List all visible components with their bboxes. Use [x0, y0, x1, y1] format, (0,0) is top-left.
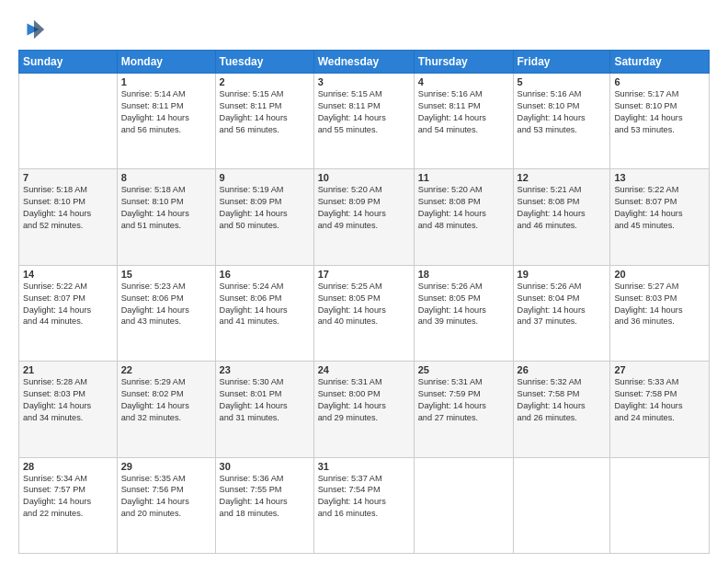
cell-content: Sunrise: 5:28 AMSunset: 8:03 PMDaylight:… [23, 376, 113, 424]
calendar-header-row: SundayMondayTuesdayWednesdayThursdayFrid… [19, 51, 710, 74]
calendar-cell: 6Sunrise: 5:17 AMSunset: 8:10 PMDaylight… [610, 74, 710, 169]
calendar-cell: 2Sunrise: 5:15 AMSunset: 8:11 PMDaylight… [215, 74, 313, 169]
day-header-thursday: Thursday [414, 51, 513, 74]
day-number: 12 [518, 172, 607, 183]
calendar-week-1: 1Sunrise: 5:14 AMSunset: 8:11 PMDaylight… [19, 74, 710, 169]
calendar-table: SundayMondayTuesdayWednesdayThursdayFrid… [18, 50, 710, 554]
day-number: 13 [614, 172, 705, 183]
cell-content: Sunrise: 5:25 AMSunset: 8:05 PMDaylight:… [318, 281, 410, 328]
calendar-cell: 3Sunrise: 5:15 AMSunset: 8:11 PMDaylight… [313, 74, 414, 169]
calendar-cell: 31Sunrise: 5:37 AMSunset: 7:54 PMDayligh… [313, 457, 414, 553]
calendar-cell [513, 457, 610, 553]
day-header-friday: Friday [513, 51, 610, 74]
page: SundayMondayTuesdayWednesdayThursdayFrid… [0, 0, 728, 563]
calendar-cell: 30Sunrise: 5:36 AMSunset: 7:55 PMDayligh… [215, 457, 313, 553]
day-header-tuesday: Tuesday [215, 51, 313, 74]
cell-content: Sunrise: 5:29 AMSunset: 8:02 PMDaylight:… [121, 376, 211, 424]
calendar-cell: 9Sunrise: 5:19 AMSunset: 8:09 PMDaylight… [215, 169, 313, 265]
day-number: 3 [318, 76, 410, 87]
cell-content: Sunrise: 5:32 AMSunset: 7:58 PMDaylight:… [518, 376, 607, 424]
cell-content: Sunrise: 5:16 AMSunset: 8:10 PMDaylight:… [518, 88, 607, 136]
cell-content: Sunrise: 5:15 AMSunset: 8:11 PMDaylight:… [318, 88, 410, 136]
calendar-cell: 27Sunrise: 5:33 AMSunset: 7:58 PMDayligh… [610, 362, 710, 457]
day-number: 9 [220, 172, 310, 183]
day-number: 5 [518, 76, 607, 87]
calendar-week-4: 21Sunrise: 5:28 AMSunset: 8:03 PMDayligh… [19, 362, 710, 457]
cell-content: Sunrise: 5:15 AMSunset: 8:11 PMDaylight:… [220, 88, 310, 136]
calendar-cell: 24Sunrise: 5:31 AMSunset: 8:00 PMDayligh… [313, 362, 414, 457]
day-number: 31 [318, 461, 410, 472]
day-number: 25 [418, 364, 509, 375]
calendar-cell: 23Sunrise: 5:30 AMSunset: 8:01 PMDayligh… [215, 362, 313, 457]
calendar-cell: 28Sunrise: 5:34 AMSunset: 7:57 PMDayligh… [19, 457, 118, 553]
cell-content: Sunrise: 5:30 AMSunset: 8:01 PMDaylight:… [220, 376, 310, 424]
calendar-cell [610, 457, 710, 553]
calendar-cell: 21Sunrise: 5:28 AMSunset: 8:03 PMDayligh… [19, 362, 118, 457]
day-number: 15 [121, 269, 211, 280]
day-number: 18 [418, 269, 509, 280]
calendar-cell [414, 457, 513, 553]
cell-content: Sunrise: 5:16 AMSunset: 8:11 PMDaylight:… [418, 88, 509, 136]
day-header-sunday: Sunday [19, 51, 118, 74]
day-number: 30 [220, 461, 310, 472]
cell-content: Sunrise: 5:31 AMSunset: 8:00 PMDaylight:… [318, 376, 410, 424]
calendar-week-5: 28Sunrise: 5:34 AMSunset: 7:57 PMDayligh… [19, 457, 710, 553]
calendar-cell: 8Sunrise: 5:18 AMSunset: 8:10 PMDaylight… [117, 169, 215, 265]
cell-content: Sunrise: 5:18 AMSunset: 8:10 PMDaylight:… [121, 184, 211, 232]
day-header-wednesday: Wednesday [313, 51, 414, 74]
cell-content: Sunrise: 5:23 AMSunset: 8:06 PMDaylight:… [121, 281, 211, 328]
day-number: 7 [23, 172, 113, 183]
cell-content: Sunrise: 5:26 AMSunset: 8:05 PMDaylight:… [418, 281, 509, 328]
day-number: 4 [418, 76, 509, 87]
calendar-cell: 26Sunrise: 5:32 AMSunset: 7:58 PMDayligh… [513, 362, 610, 457]
calendar-cell: 11Sunrise: 5:20 AMSunset: 8:08 PMDayligh… [414, 169, 513, 265]
day-number: 1 [121, 76, 211, 87]
day-number: 28 [23, 461, 113, 472]
cell-content: Sunrise: 5:22 AMSunset: 8:07 PMDaylight:… [23, 281, 113, 328]
calendar-cell: 20Sunrise: 5:27 AMSunset: 8:03 PMDayligh… [610, 265, 710, 361]
cell-content: Sunrise: 5:37 AMSunset: 7:54 PMDaylight:… [318, 473, 410, 521]
calendar-cell: 29Sunrise: 5:35 AMSunset: 7:56 PMDayligh… [117, 457, 215, 553]
cell-content: Sunrise: 5:17 AMSunset: 8:10 PMDaylight:… [614, 88, 705, 136]
calendar-cell: 19Sunrise: 5:26 AMSunset: 8:04 PMDayligh… [513, 265, 610, 361]
day-header-monday: Monday [117, 51, 215, 74]
cell-content: Sunrise: 5:36 AMSunset: 7:55 PMDaylight:… [220, 473, 310, 521]
cell-content: Sunrise: 5:18 AMSunset: 8:10 PMDaylight:… [23, 184, 113, 232]
day-number: 29 [121, 461, 211, 472]
cell-content: Sunrise: 5:20 AMSunset: 8:09 PMDaylight:… [318, 184, 410, 232]
calendar-week-2: 7Sunrise: 5:18 AMSunset: 8:10 PMDaylight… [19, 169, 710, 265]
day-number: 21 [23, 364, 113, 375]
calendar-cell: 1Sunrise: 5:14 AMSunset: 8:11 PMDaylight… [117, 74, 215, 169]
calendar-cell: 25Sunrise: 5:31 AMSunset: 7:59 PMDayligh… [414, 362, 513, 457]
calendar-cell: 7Sunrise: 5:18 AMSunset: 8:10 PMDaylight… [19, 169, 118, 265]
cell-content: Sunrise: 5:19 AMSunset: 8:09 PMDaylight:… [220, 184, 310, 232]
logo [18, 17, 46, 42]
calendar-cell: 17Sunrise: 5:25 AMSunset: 8:05 PMDayligh… [313, 265, 414, 361]
calendar-cell: 14Sunrise: 5:22 AMSunset: 8:07 PMDayligh… [19, 265, 118, 361]
svg-marker-1 [34, 20, 44, 40]
day-number: 27 [614, 364, 705, 375]
calendar-cell: 13Sunrise: 5:22 AMSunset: 8:07 PMDayligh… [610, 169, 710, 265]
calendar-cell: 16Sunrise: 5:24 AMSunset: 8:06 PMDayligh… [215, 265, 313, 361]
calendar-cell: 15Sunrise: 5:23 AMSunset: 8:06 PMDayligh… [117, 265, 215, 361]
cell-content: Sunrise: 5:35 AMSunset: 7:56 PMDaylight:… [121, 473, 211, 521]
calendar-cell: 18Sunrise: 5:26 AMSunset: 8:05 PMDayligh… [414, 265, 513, 361]
day-number: 11 [418, 172, 509, 183]
day-number: 22 [121, 364, 211, 375]
cell-content: Sunrise: 5:24 AMSunset: 8:06 PMDaylight:… [220, 281, 310, 328]
logo-icon [20, 17, 46, 42]
day-number: 23 [220, 364, 310, 375]
cell-content: Sunrise: 5:22 AMSunset: 8:07 PMDaylight:… [614, 184, 705, 232]
cell-content: Sunrise: 5:33 AMSunset: 7:58 PMDaylight:… [614, 376, 705, 424]
calendar-cell [19, 74, 118, 169]
day-number: 24 [318, 364, 410, 375]
calendar-cell: 22Sunrise: 5:29 AMSunset: 8:02 PMDayligh… [117, 362, 215, 457]
day-number: 19 [518, 269, 607, 280]
day-number: 16 [220, 269, 310, 280]
day-number: 14 [23, 269, 113, 280]
day-number: 10 [318, 172, 410, 183]
cell-content: Sunrise: 5:31 AMSunset: 7:59 PMDaylight:… [418, 376, 509, 424]
cell-content: Sunrise: 5:14 AMSunset: 8:11 PMDaylight:… [121, 88, 211, 136]
day-number: 2 [220, 76, 310, 87]
day-number: 8 [121, 172, 211, 183]
